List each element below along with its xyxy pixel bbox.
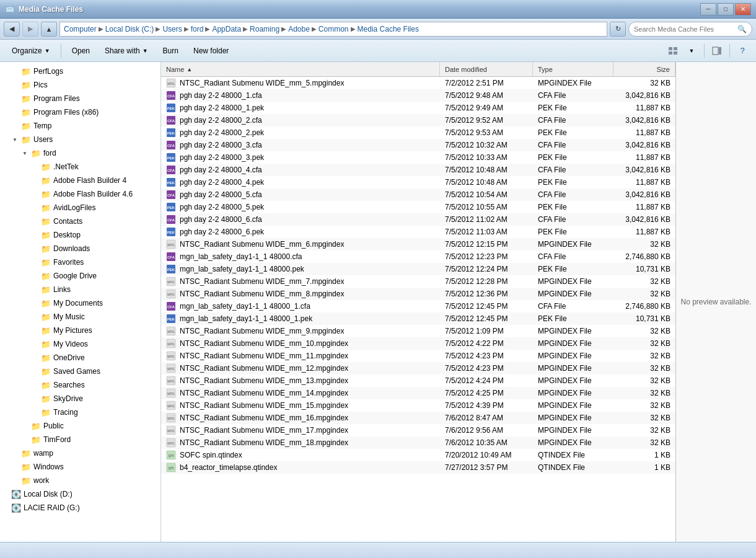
sidebar-item-my-documents[interactable]: 📁My Documents [0, 296, 160, 310]
breadcrumb-appdata[interactable]: AppData [212, 25, 241, 33]
breadcrumb[interactable]: Computer ▶ Local Disk (C:) ▶ Users ▶ for… [59, 22, 607, 37]
table-row[interactable]: MPGNTSC_Radiant Submenu WIDE_mm_5.mpgind… [161, 77, 675, 89]
burn-button[interactable]: Burn [156, 42, 185, 60]
table-row[interactable]: CFApgh day 2-2 48000_1.cfa7/5/2012 9:48 … [161, 89, 675, 102]
organize-button[interactable]: Organize ▼ [5, 42, 57, 60]
sidebar-item-desktop[interactable]: 📁Desktop [0, 228, 160, 242]
col-header-size[interactable]: Size [613, 62, 675, 76]
sidebar-item-adobe-flash-builder-46[interactable]: 📁Adobe Flash Builder 4.6 [0, 187, 160, 201]
table-row[interactable]: PEKpgh day 2-2 48000_4.pek7/5/2012 10:48… [161, 176, 675, 188]
sidebar-item-perflogs[interactable]: 📁PerfLogs [0, 64, 160, 78]
sidebar-item-my-pictures[interactable]: 📁My Pictures [0, 324, 160, 337]
back-button[interactable]: ◀ [4, 22, 20, 37]
table-row[interactable]: MPGNTSC_Radiant Submenu WIDE_mm_7.mpgind… [161, 275, 675, 288]
sidebar-item-tracing[interactable]: 📁Tracing [0, 405, 160, 419]
col-header-date[interactable]: Date modified [440, 62, 533, 76]
table-row[interactable]: PEKpgh day 2-2 48000_6.pek7/5/2012 11:03… [161, 226, 675, 238]
table-row[interactable]: PEKpgh day 2-2 48000_2.pek7/5/2012 9:53 … [161, 126, 675, 139]
sidebar-item-wamp[interactable]: 📁wamp [0, 446, 160, 460]
sidebar-item-adobe-flash-builder-4[interactable]: 📁Adobe Flash Builder 4 [0, 174, 160, 187]
table-row[interactable]: PEKpgh day 2-2 48000_1.pek7/5/2012 9:49 … [161, 102, 675, 114]
sidebar-item-avidlogfiles[interactable]: 📁AvidLogFiles [0, 201, 160, 215]
sidebar-item-program-files-x86[interactable]: 📁Program Files (x86) [0, 105, 160, 119]
sidebar-item-local-disk-d[interactable]: 💽Local Disk (D:) [0, 487, 160, 501]
sidebar-item-lacie-raid-g[interactable]: 💽LACIE RAID (G:) [0, 501, 160, 515]
sidebar-item-my-music[interactable]: 📁My Music [0, 310, 160, 324]
sidebar-item-onedrive[interactable]: 📁OneDrive [0, 351, 160, 365]
preview-pane-button[interactable] [708, 42, 726, 60]
breadcrumb-common[interactable]: Common [319, 25, 349, 33]
col-header-type[interactable]: Type [533, 62, 613, 76]
help-button[interactable]: ? [734, 42, 751, 60]
table-row[interactable]: MPGNTSC_Radiant Submenu WIDE_mm_8.mpgind… [161, 288, 675, 300]
breadcrumb-ford[interactable]: ford [191, 25, 204, 33]
sidebar-item-pics[interactable]: 📁Pics [0, 78, 160, 92]
file-icon: MPG [166, 277, 176, 286]
sidebar-item-skydrive[interactable]: 📁SkyDrive [0, 392, 160, 405]
refresh-button[interactable]: ↻ [610, 22, 626, 37]
table-row[interactable]: PEKpgh day 2-2 48000_5.pek7/5/2012 10:55… [161, 201, 675, 213]
table-row[interactable]: MPGNTSC_Radiant Submenu WIDE_mm_9.mpgind… [161, 325, 675, 337]
table-row[interactable]: CFApgh day 2-2 48000_3.cfa7/5/2012 10:32… [161, 139, 675, 151]
sidebar-item-nettek[interactable]: 📁.NetTek [0, 160, 160, 174]
table-row[interactable]: QTIb4_reactor_timelapse.qtindex7/27/2012… [161, 461, 675, 474]
table-row[interactable]: MPGNTSC_Radiant Submenu WIDE_mm_12.mpgin… [161, 362, 675, 374]
col-header-name[interactable]: Name ▲ [161, 62, 440, 76]
table-row[interactable]: PEKmgn_lab_safety_day1-1_1 48000_1.pek7/… [161, 312, 675, 325]
table-row[interactable]: MPGNTSC_Radiant Submenu WIDE_mm_18.mpgin… [161, 436, 675, 449]
open-button[interactable]: Open [65, 42, 97, 60]
search-input[interactable] [634, 25, 737, 33]
sidebar-item-my-videos[interactable]: 📁My Videos [0, 337, 160, 351]
sidebar-item-users[interactable]: ▼📁Users [0, 133, 160, 146]
breadcrumb-computer[interactable]: Computer [64, 25, 97, 33]
view-options-button[interactable] [664, 42, 682, 60]
sidebar-item-public[interactable]: 📁Public [0, 419, 160, 433]
sidebar-item-ford[interactable]: ▼📁ford [0, 146, 160, 160]
table-row[interactable]: MPGNTSC_Radiant Submenu WIDE_mm_11.mpgin… [161, 350, 675, 362]
sidebar-item-program-files[interactable]: 📁Program Files [0, 92, 160, 105]
close-button[interactable]: ✕ [735, 3, 751, 16]
search-bar[interactable]: 🔍 [628, 22, 752, 37]
file-list-body[interactable]: MPGNTSC_Radiant Submenu WIDE_mm_5.mpgind… [161, 77, 675, 542]
table-row[interactable]: QTISOFC spin.qtindex7/20/2012 10:49 AMQT… [161, 449, 675, 461]
svg-text:QTI: QTI [169, 454, 174, 458]
table-row[interactable]: MPGNTSC_Radiant Submenu WIDE_mm_14.mpgin… [161, 387, 675, 399]
sidebar-item-windows[interactable]: 📁Windows [0, 460, 160, 474]
sidebar-item-saved-games[interactable]: 📁Saved Games [0, 365, 160, 378]
sidebar-item-contacts[interactable]: 📁Contacts [0, 215, 160, 228]
table-row[interactable]: MPGNTSC_Radiant Submenu WIDE_mm_6.mpgind… [161, 238, 675, 250]
forward-button[interactable]: ▶ [22, 22, 38, 37]
table-row[interactable]: CFAmgn_lab_safety_day1-1_1 48000.cfa7/5/… [161, 250, 675, 263]
breadcrumb-localdisk-c[interactable]: Local Disk (C:) [105, 25, 154, 33]
sidebar-item-links[interactable]: 📁Links [0, 283, 160, 296]
table-row[interactable]: CFApgh day 2-2 48000_4.cfa7/5/2012 10:48… [161, 164, 675, 176]
sidebar-item-favorites[interactable]: 📁Favorites [0, 255, 160, 269]
sidebar-item-work[interactable]: 📁work [0, 474, 160, 487]
up-button[interactable]: ▲ [41, 22, 57, 37]
table-row[interactable]: PEKpgh day 2-2 48000_3.pek7/5/2012 10:33… [161, 151, 675, 164]
sidebar-item-timford[interactable]: 📁TimFord [0, 433, 160, 446]
table-row[interactable]: PEKmgn_lab_safety_day1-1_1 48000.pek7/5/… [161, 263, 675, 275]
breadcrumb-users[interactable]: Users [162, 25, 182, 33]
maximize-button[interactable]: □ [718, 3, 734, 16]
breadcrumb-adobe[interactable]: Adobe [288, 25, 310, 33]
sidebar-item-google-drive[interactable]: 📁Google Drive [0, 269, 160, 283]
table-row[interactable]: CFApgh day 2-2 48000_5.cfa7/5/2012 10:54… [161, 188, 675, 201]
breadcrumb-roaming[interactable]: Roaming [250, 25, 279, 33]
view-chevron-button[interactable]: ▼ [683, 42, 700, 60]
breadcrumb-mediacachefiles[interactable]: Media Cache Files [358, 25, 419, 33]
share-with-button[interactable]: Share with ▼ [98, 42, 155, 60]
new-folder-button[interactable]: New folder [187, 42, 235, 60]
minimize-button[interactable]: ─ [700, 3, 716, 16]
table-row[interactable]: MPGNTSC_Radiant Submenu WIDE_mm_10.mpgin… [161, 337, 675, 350]
table-row[interactable]: MPGNTSC_Radiant Submenu WIDE_mm_17.mpgin… [161, 424, 675, 436]
table-row[interactable]: MPGNTSC_Radiant Submenu WIDE_mm_13.mpgin… [161, 374, 675, 387]
table-row[interactable]: MPGNTSC_Radiant Submenu WIDE_mm_15.mpgin… [161, 399, 675, 412]
table-row[interactable]: CFAmgn_lab_safety_day1-1_1 48000_1.cfa7/… [161, 300, 675, 312]
table-row[interactable]: CFApgh day 2-2 48000_2.cfa7/5/2012 9:52 … [161, 114, 675, 126]
sidebar-item-downloads[interactable]: 📁Downloads [0, 242, 160, 255]
sidebar-item-searches[interactable]: 📁Searches [0, 378, 160, 392]
table-row[interactable]: CFApgh day 2-2 48000_6.cfa7/5/2012 11:02… [161, 213, 675, 226]
sidebar-item-temp[interactable]: 📁Temp [0, 119, 160, 133]
table-row[interactable]: MPGNTSC_Radiant Submenu WIDE_mm_16.mpgin… [161, 412, 675, 424]
